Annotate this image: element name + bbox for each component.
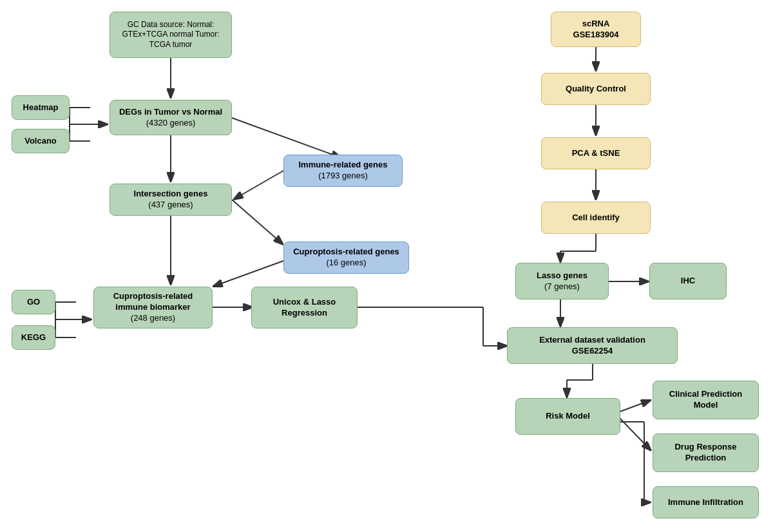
clinical-prediction-box: Clinical PredictionModel [653,381,759,419]
external-dataset-box: External dataset validationGSE62254 [507,327,678,364]
heatmap-box: Heatmap [12,95,70,120]
cell-identify-label: Cell identify [572,213,620,223]
gc-data-box: GC Data source: Normal: GTEx+TCGA normal… [110,12,232,58]
unicox-label: Unicox & LassoRegression [273,297,336,319]
pca-tsne-label: PCA & tSNE [572,148,620,159]
immune-infiltration-box: Immune Infiltration [653,486,759,518]
heatmap-label: Heatmap [23,102,59,113]
cell-identify-box: Cell identify [541,202,651,234]
gc-data-label: GC Data source: Normal: GTEx+TCGA normal… [117,20,225,50]
go-label: GO [27,297,40,308]
quality-control-label: Quality Control [566,84,626,95]
volcano-box: Volcano [12,129,70,153]
svg-line-7 [232,200,283,245]
diagram: GC Data source: Normal: GTEx+TCGA normal… [0,0,773,532]
immune-genes-box: Immune-related genes(1793 genes) [283,155,403,187]
clinical-prediction-label: Clinical PredictionModel [669,389,742,411]
drug-response-box: Drug ResponsePrediction [653,433,759,472]
svg-line-32 [618,417,651,451]
intersection-label: Intersection genes(437 genes) [134,189,208,211]
immune-infiltration-label: Immune Infiltration [668,497,743,508]
risk-model-label: Risk Model [546,411,590,422]
volcano-label: Volcano [24,136,57,147]
intersection-box: Intersection genes(437 genes) [110,184,232,216]
kegg-box: KEGG [12,325,55,350]
scrna-box: scRNAGSE183904 [551,12,641,47]
drug-response-label: Drug ResponsePrediction [674,442,736,464]
lasso-genes-label: Lasso genes(7 genes) [537,271,587,292]
ihc-box: IHC [649,263,727,299]
cuproptosis-genes-box: Cuproptosis-related genes(16 genes) [283,242,409,274]
ihc-label: IHC [681,276,695,287]
pca-tsne-box: PCA & tSNE [541,137,651,169]
cuproptosis-genes-label: Cuproptosis-related genes(16 genes) [293,247,399,269]
go-box: GO [12,290,55,314]
external-dataset-label: External dataset validationGSE62254 [539,335,645,357]
cuproptosis-immune-box: Cuproptosis-relatedimmune biomarker(248 … [93,287,213,328]
quality-control-box: Quality Control [541,73,651,105]
kegg-label: KEGG [21,332,46,343]
svg-line-4 [232,118,341,158]
risk-model-box: Risk Model [515,398,620,435]
cuproptosis-immune-label: Cuproptosis-relatedimmune biomarker(248 … [113,291,193,324]
immune-genes-label: Immune-related genes(1793 genes) [299,160,388,182]
degs-box: DEGs in Tumor vs Normal(4320 genes) [110,100,232,135]
scrna-label: scRNAGSE183904 [573,19,619,41]
svg-line-31 [618,400,651,412]
unicox-box: Unicox & LassoRegression [251,287,358,328]
degs-label: DEGs in Tumor vs Normal(4320 genes) [119,107,222,129]
svg-line-3 [233,171,283,200]
lasso-genes-box: Lasso genes(7 genes) [515,263,609,299]
svg-line-6 [213,261,283,287]
